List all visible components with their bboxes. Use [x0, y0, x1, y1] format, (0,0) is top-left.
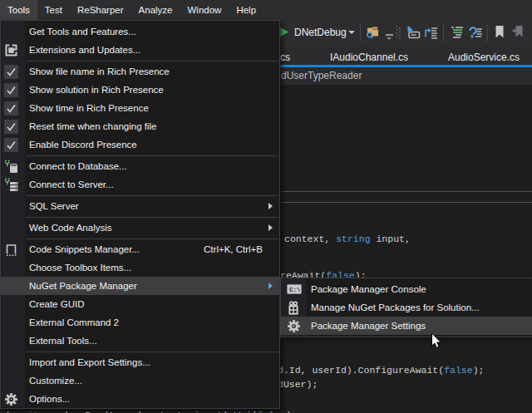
menu-item-label: NuGet Package Manager [29, 281, 137, 291]
menu-item-show-solution[interactable]: Show solution in Rich Presence [1, 81, 279, 99]
icon-cell [2, 43, 26, 57]
icon-cell [2, 83, 26, 97]
menu-item-code-snippets-manager[interactable]: Code Snippets Manager... Ctrl+K, Ctrl+B [1, 240, 279, 258]
menu-bar: Tools Test ReSharper Analyze Window Help [0, 0, 532, 20]
menu-item-label: Code Snippets Manager... [29, 244, 140, 254]
toolbar-separator [487, 23, 488, 42]
check-icon [6, 140, 17, 150]
menu-item-sql-server[interactable]: SQL Server [1, 197, 279, 215]
format-document-icon[interactable] [424, 26, 438, 39]
code-token: reader.ReadAsync(context, input).Wai( [39, 410, 257, 413]
check-icon [6, 85, 17, 96]
menu-item-label: Get Tools and Features... [29, 27, 136, 37]
code-line: if (await reader.ReadAsync(context, inpu… [0, 410, 298, 413]
menubar-item-analyze[interactable]: Analyze [131, 0, 180, 20]
submenu-arrow-icon [268, 283, 273, 289]
icon-cell [2, 65, 26, 79]
menu-item-external-command-2[interactable]: External Command 2 [1, 313, 279, 332]
menu-item-label: External Tools... [29, 336, 97, 346]
method-separator-line [274, 202, 532, 203]
go-to-location-icon[interactable] [407, 26, 421, 39]
menu-item-label: Package Manager Settings [311, 321, 426, 331]
menu-item-create-guid[interactable]: Create GUID [1, 295, 279, 313]
toolbar-separator [443, 23, 444, 42]
menu-item-label: Options... [29, 394, 70, 404]
check-icon [6, 121, 17, 132]
code-token: await [11, 410, 40, 413]
menu-item-label: Reset time when changing file [29, 121, 156, 131]
menu-item-label: Connect to Server... [29, 179, 114, 189]
menu-separator [26, 61, 278, 61]
menubar-item-test[interactable]: Test [37, 0, 70, 20]
menu-item-reset-time[interactable]: Reset time when changing file [1, 117, 279, 135]
menu-item-enable-discord-presence[interactable]: Enable Discord Presence [1, 135, 279, 154]
submenu-item-manage-nuget-packages[interactable]: Manage NuGet Packages for Solution... [281, 298, 532, 317]
menu-item-label: Choose Toolbox Items... [29, 263, 131, 273]
method-separator-line [274, 191, 532, 192]
menu-item-shortcut: Ctrl+K, Ctrl+B [204, 244, 263, 254]
menu-item-label: Show solution in Rich Presence [29, 85, 164, 95]
icon-cell [2, 160, 26, 174]
menu-separator [26, 195, 278, 196]
menu-item-show-time[interactable]: Show time in Rich Presence [1, 99, 279, 117]
toggle-bookmark-icon[interactable] [493, 25, 506, 39]
menu-item-web-code-analysis[interactable]: Web Code Analysis [1, 219, 279, 237]
menu-item-label: Package Manager Console [311, 284, 426, 294]
icon-cell: C:\ [283, 284, 308, 294]
menu-item-customize[interactable]: Customize... [1, 371, 279, 390]
menu-item-label: Web Code Analysis [29, 223, 112, 233]
checkbox [4, 83, 18, 97]
menu-item-connect-to-server[interactable]: Connect to Server... [1, 175, 279, 194]
menubar-item-resharper[interactable]: ReSharper [70, 0, 131, 20]
menu-separator [26, 238, 278, 239]
start-debug-icon[interactable] [279, 27, 289, 37]
icon-cell [283, 301, 308, 315]
package-icon [287, 301, 300, 315]
submenu-item-package-manager-console[interactable]: C:\ Package Manager Console [281, 280, 532, 298]
menu-item-label: Extensions and Updates... [29, 45, 140, 55]
tab-audioservice[interactable]: AudioService.cs [448, 52, 520, 63]
tab-first-partial[interactable]: cs [280, 52, 290, 63]
icon-cell [2, 392, 26, 406]
menu-item-extensions-and-updates[interactable]: Extensions and Updates... [1, 41, 279, 59]
menu-item-show-file-name[interactable]: Show file name in Rich Presence [1, 62, 279, 81]
code-token: string [336, 234, 370, 244]
submenu-item-package-manager-settings[interactable]: Package Manager Settings [281, 317, 532, 335]
icon-cell [2, 101, 26, 116]
menubar-item-help[interactable]: Help [229, 0, 264, 20]
checkbox [4, 120, 18, 134]
icon-cell [2, 243, 26, 257]
code-token: ); [473, 365, 485, 376]
menu-item-get-tools-and-features[interactable]: Get Tools and Features... [1, 22, 279, 41]
menu-item-options[interactable]: Options... [1, 390, 279, 408]
menu-item-label: External Command 2 [29, 317, 119, 327]
next-bookmark-icon[interactable] [511, 25, 525, 39]
menu-item-label: Show file name in Rich Presence [29, 66, 170, 76]
menu-item-connect-to-database[interactable]: Connect to Database... [1, 157, 279, 175]
run-target-dropdown-icon[interactable] [348, 31, 355, 34]
icon-cell [2, 178, 26, 192]
toolbar-grip-icon[interactable] [396, 25, 401, 41]
menu-item-nuget-package-manager[interactable]: NuGet Package Manager [1, 277, 279, 295]
menu-item-external-tools[interactable]: External Tools... [1, 332, 279, 350]
find-in-files-icon[interactable] [366, 26, 380, 40]
code-token: d.Id, userId).ConfigureAwait( [278, 365, 444, 376]
menubar-item-window[interactable]: Window [180, 0, 229, 20]
menu-item-import-export-settings[interactable]: Import and Export Settings... [1, 353, 279, 371]
code-token: ); [286, 410, 298, 413]
breadcrumb-type-name[interactable]: dUserTypeReader [281, 70, 362, 81]
code-line: d.Id, userId).ConfigureAwait(false); [278, 365, 484, 376]
check-icon [6, 66, 17, 77]
tab-iaudiochannel[interactable]: IAudioChannel.cs [330, 52, 408, 63]
menu-item-choose-toolbox-items[interactable]: Choose Toolbox Items... [1, 258, 279, 277]
run-target-label[interactable]: DNetDebug [294, 27, 347, 38]
icon-cell [283, 319, 308, 333]
menu-item-label: SQL Server [29, 201, 79, 211]
menubar-item-tools[interactable]: Tools [0, 0, 37, 20]
code-token: context, [284, 234, 336, 244]
find-options-chevron-icon[interactable] [387, 37, 392, 40]
comment-lines-icon[interactable] [451, 26, 464, 39]
code-token: if ( [0, 410, 11, 413]
quick-info-icon[interactable] [469, 26, 483, 39]
menu-separator [26, 217, 278, 218]
